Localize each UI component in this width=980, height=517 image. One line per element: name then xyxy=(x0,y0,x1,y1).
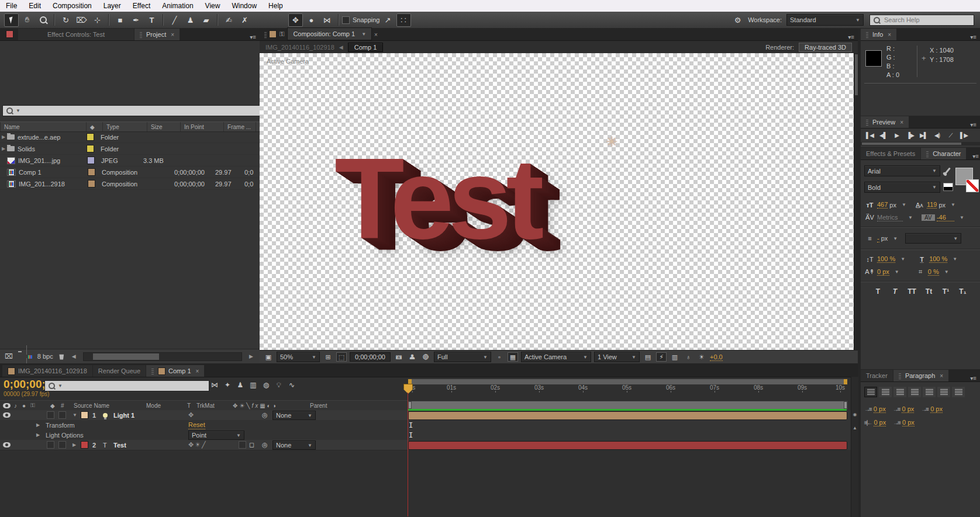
project-row-solids[interactable]: ▶ Solids Folder xyxy=(0,143,260,155)
pen-tool-icon[interactable]: ✒︎ xyxy=(129,13,143,27)
tab-comp1[interactable]: Comp 1 × xyxy=(146,365,204,377)
transparency-grid-icon[interactable]: ▦ xyxy=(508,352,518,362)
preview-scrollbar[interactable] xyxy=(861,142,980,145)
local-axis-mode-icon[interactable]: ✥ xyxy=(288,13,303,27)
show-snapshot-icon[interactable]: 👤︎ xyxy=(407,352,417,362)
magnification-dropdown[interactable]: 50% ▼ xyxy=(277,352,320,362)
prop-name[interactable]: Light Options xyxy=(46,430,84,440)
lock-checkbox[interactable] xyxy=(58,410,66,420)
view-layout-dropdown[interactable]: 1 View ▼ xyxy=(594,352,640,362)
subscript-button[interactable]: T₁ xyxy=(956,287,969,296)
lock-checkbox[interactable] xyxy=(58,440,66,450)
trkmat-column[interactable]: TrkMat xyxy=(196,401,215,410)
prop-row-transform[interactable]: ▶ Transform Reset xyxy=(0,420,408,431)
next-frame-icon[interactable]: ▐▶ xyxy=(903,131,917,140)
indent-left-value[interactable]: 0 px xyxy=(874,405,886,413)
camera-view-dropdown[interactable]: Active Camera ▼ xyxy=(521,352,591,362)
draft-3d-icon[interactable]: ✦ xyxy=(221,380,234,390)
light-point-icon[interactable]: ✳︎ xyxy=(606,134,617,150)
solo-checkbox[interactable] xyxy=(47,410,54,420)
hide-shy-layers-icon[interactable]: ♟︎ xyxy=(234,380,247,390)
column-in-point[interactable]: In Point xyxy=(180,122,223,131)
graph-editor-icon[interactable]: ∿ xyxy=(285,380,298,390)
leading-value[interactable]: 119 xyxy=(927,201,937,209)
twirl-icon[interactable]: ▶ xyxy=(73,440,76,450)
column-type[interactable]: Type xyxy=(102,122,147,131)
type-tool-icon[interactable]: T xyxy=(144,13,159,27)
bit-depth-label[interactable]: 8 bpc xyxy=(37,353,53,360)
snapping-checkbox[interactable] xyxy=(342,16,350,24)
switches-icons[interactable]: ✥ xyxy=(188,410,194,420)
panel-menu-icon[interactable]: ▾≡ xyxy=(971,153,980,159)
justify-last-left-button[interactable] xyxy=(908,387,921,397)
space-before-value[interactable]: 0 px xyxy=(874,419,886,426)
tab-img-comp[interactable]: IMG_20140116_102918 xyxy=(2,365,92,377)
frame-blending-icon[interactable]: ▥ xyxy=(247,380,260,390)
lock-icon[interactable]: ⚿︎ xyxy=(279,30,284,38)
stroke-width-value[interactable]: - xyxy=(877,235,879,242)
composition-mini-flowchart-icon[interactable]: ⋈ xyxy=(208,380,221,390)
superscript-button[interactable]: T¹ xyxy=(939,287,953,296)
stroke-color-swatch[interactable] xyxy=(966,179,979,192)
chevron-down-icon[interactable]: ▼ xyxy=(902,202,906,207)
panel-menu-icon[interactable]: ▾≡ xyxy=(844,34,858,40)
parent-link-icon[interactable]: ◎ xyxy=(262,440,268,450)
twirl-icon[interactable]: ▼ xyxy=(73,410,77,420)
close-icon[interactable]: × xyxy=(196,368,199,374)
snapshot-camera-icon[interactable]: 📷︎ xyxy=(394,352,404,362)
menu-composition[interactable]: Composition xyxy=(47,0,98,12)
twirl-icon[interactable]: ▶ xyxy=(0,134,7,140)
layer-name[interactable]: Test xyxy=(113,440,126,450)
comp-marker-bin-icon[interactable]: ◉ xyxy=(851,412,858,417)
label-chip[interactable] xyxy=(87,157,95,164)
space-after-value[interactable]: 0 px xyxy=(902,419,915,426)
light-type-dropdown[interactable]: Point ▼ xyxy=(188,431,244,440)
baseline-shift-value[interactable]: 0 px xyxy=(877,268,889,276)
chevron-down-icon[interactable]: ▼ xyxy=(895,269,899,275)
layer-bar-test[interactable] xyxy=(408,441,847,450)
search-options-chevron-icon[interactable]: ▼ xyxy=(58,383,63,388)
eye-icon[interactable] xyxy=(3,440,11,450)
tab-project[interactable]: Project × xyxy=(134,29,180,40)
horizontal-scale-value[interactable]: 100 % xyxy=(929,255,947,263)
timeline-button-icon[interactable]: ▥ xyxy=(670,352,680,362)
panel-menu-icon[interactable]: ▾≡ xyxy=(246,34,260,40)
parent-dropdown[interactable]: None ▼ xyxy=(272,440,316,450)
hand-tool-icon[interactable]: ✋︎ xyxy=(20,13,34,27)
tracking-value[interactable]: -46 xyxy=(937,214,954,221)
align-left-button[interactable] xyxy=(864,387,877,397)
solo-checkbox[interactable] xyxy=(47,440,54,450)
project-row-comp1[interactable]: Comp 1 Composition 0;00;00;00 29.97 0;0 xyxy=(0,166,260,178)
eraser-tool-icon[interactable]: ▰ xyxy=(199,13,213,27)
flowchart-icon[interactable]: ♁︎ xyxy=(683,352,693,362)
project-search-input[interactable] xyxy=(20,107,257,115)
switches-icons[interactable]: ✥☀╱ xyxy=(188,440,207,450)
breadcrumb-current[interactable]: Comp 1 xyxy=(348,43,384,52)
ram-preview-icon[interactable]: ▌▶ xyxy=(957,131,971,140)
project-search-box[interactable]: ▼ xyxy=(2,105,261,116)
timeline-vscrollbar[interactable]: ◉ ▲ xyxy=(851,377,858,517)
align-center-button[interactable] xyxy=(879,387,892,397)
indent-right-value[interactable]: 0 px xyxy=(930,405,943,413)
label-chip[interactable] xyxy=(87,145,94,152)
label-chip[interactable] xyxy=(81,440,88,450)
all-caps-button[interactable]: TT xyxy=(905,287,919,296)
shape-tool-icon[interactable]: ■ xyxy=(113,13,127,27)
font-size-value[interactable]: 467 xyxy=(877,201,888,209)
label-chip[interactable] xyxy=(88,180,95,188)
search-options-chevron-icon[interactable]: ▼ xyxy=(16,108,20,113)
close-icon[interactable]: × xyxy=(940,373,943,379)
tab-composition[interactable]: Composition: Comp 1 ▼ xyxy=(287,27,372,40)
timeline-ruler[interactable]: 0s 01s 02s 03s 04s 05s 06s 07s 08s 09s 1… xyxy=(408,384,847,393)
tab-paragraph[interactable]: Paragraph × xyxy=(893,370,948,381)
selection-tool-icon[interactable] xyxy=(4,13,19,27)
previous-frame-icon[interactable]: ◀▌ xyxy=(877,131,890,140)
timeline-search-box[interactable]: ▼ xyxy=(44,380,209,391)
help-search-input[interactable] xyxy=(883,16,970,24)
menu-window[interactable]: Window xyxy=(226,0,263,12)
close-icon[interactable]: × xyxy=(374,32,378,38)
default-fill-stroke-icon[interactable] xyxy=(943,183,953,191)
column-out-point[interactable]: Out Point xyxy=(256,122,260,131)
t-column[interactable]: T xyxy=(187,401,191,410)
twirl-icon[interactable]: ▶ xyxy=(36,430,40,440)
